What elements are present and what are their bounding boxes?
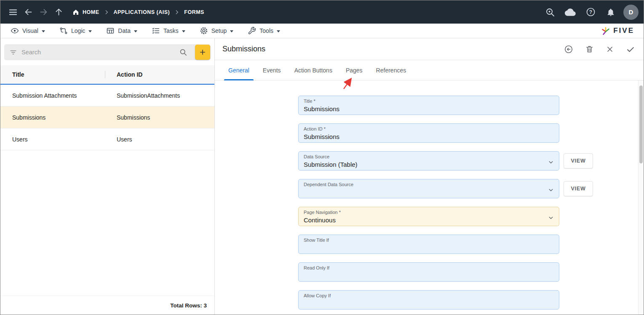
table-row[interactable]: Submission Attachments SubmissionAttachm…	[0, 85, 214, 107]
menu-data[interactable]: Data	[100, 24, 146, 38]
column-header-title[interactable]: Title	[0, 71, 105, 78]
breadcrumb-applications[interactable]: APPLICATIONS (AIS)	[114, 9, 170, 15]
scrollbar-thumb[interactable]	[639, 85, 643, 163]
save-button[interactable]	[626, 45, 635, 54]
close-button[interactable]	[606, 45, 614, 53]
menu-visual[interactable]: Visual	[5, 24, 53, 38]
hamburger-icon	[8, 8, 18, 17]
field-label: Action ID *	[304, 126, 542, 132]
topbar-actions: ? D	[542, 5, 639, 20]
form-area: Title * Submissions Action ID * Submissi…	[215, 80, 644, 315]
field-row: Dependent Data Source VIEW	[298, 179, 559, 198]
menu-logic[interactable]: Logic	[53, 24, 100, 38]
revert-button[interactable]	[564, 45, 573, 54]
breadcrumb-forms[interactable]: FORMS	[184, 9, 204, 15]
scrollbar-track[interactable]	[638, 80, 644, 315]
search-icon[interactable]	[179, 48, 187, 56]
svg-text:?: ?	[589, 9, 592, 15]
field-row: Page Navigation * Continuous	[298, 207, 559, 226]
data-source-select[interactable]: Data Source Submission (Table)	[298, 151, 559, 171]
total-rows-label: Total Rows: 3	[0, 296, 214, 315]
branch-icon	[59, 27, 68, 35]
five-logo-text: FIVE	[613, 27, 634, 35]
undo-circle-icon	[564, 45, 573, 54]
caret-down-icon	[134, 30, 137, 32]
menu-setup[interactable]: Setup	[194, 24, 242, 38]
table-row[interactable]: Users Users	[0, 128, 214, 150]
tab-label: General	[228, 67, 249, 74]
read-only-if-field[interactable]: Read Only If	[298, 262, 559, 282]
forward-button[interactable]	[36, 5, 51, 20]
field-row: Show Title If	[298, 235, 559, 254]
view-data-source-button[interactable]: VIEW	[564, 153, 593, 168]
notifications-button[interactable]	[603, 5, 618, 20]
breadcrumb-label: APPLICATIONS (AIS)	[114, 9, 170, 15]
menu-tasks[interactable]: Tasks	[146, 24, 194, 38]
field-value: Submissions	[304, 104, 542, 113]
menubar: Visual Logic Data Tasks Setup Tools	[0, 24, 644, 38]
breadcrumb-home[interactable]: HOME	[72, 8, 99, 16]
field-row: Allow Copy If	[298, 290, 559, 310]
table-row-selected[interactable]: Submissions Submissions	[0, 107, 214, 128]
chevron-down-icon[interactable]	[547, 158, 555, 166]
bell-icon	[606, 8, 615, 17]
allow-copy-if-field[interactable]: Allow Copy If	[298, 290, 559, 310]
caret-down-icon	[88, 30, 92, 32]
wrench-icon	[248, 27, 256, 35]
show-title-if-field[interactable]: Show Title If	[298, 235, 559, 254]
home-icon	[72, 8, 80, 16]
tab-events[interactable]: Events	[256, 60, 288, 80]
help-button[interactable]: ?	[583, 5, 598, 20]
caret-down-icon	[277, 30, 280, 32]
field-value: Submissions	[304, 132, 542, 141]
view-dependent-data-source-button[interactable]: VIEW	[564, 181, 593, 196]
close-icon	[606, 45, 614, 53]
row-action-id: SubmissionAttachments	[105, 92, 214, 99]
gear-icon	[200, 27, 208, 35]
field-row: Action ID * Submissions	[298, 123, 559, 143]
arrow-up-icon	[54, 8, 63, 16]
forms-list-panel: Title Action ID Submission Attachments S…	[0, 38, 215, 315]
column-header-action-id[interactable]: Action ID	[105, 71, 214, 78]
filter-icon[interactable]	[9, 48, 17, 56]
page-navigation-select[interactable]: Page Navigation * Continuous	[298, 207, 559, 226]
field-label: Show Title If	[304, 238, 542, 243]
tab-action-buttons[interactable]: Action Buttons	[288, 60, 339, 80]
up-button[interactable]	[51, 5, 66, 20]
content: Title Action ID Submission Attachments S…	[0, 38, 644, 315]
action-id-field[interactable]: Action ID * Submissions	[298, 123, 559, 143]
dependent-data-source-select[interactable]: Dependent Data Source	[298, 179, 559, 198]
menu-tools[interactable]: Tools	[242, 24, 289, 38]
tab-references[interactable]: References	[369, 60, 413, 80]
arrow-right-icon	[39, 8, 48, 16]
field-value: Continuous	[304, 216, 542, 224]
cloud-button[interactable]	[563, 5, 578, 20]
menu-label: Logic	[71, 27, 85, 34]
tab-label: Action Buttons	[294, 67, 332, 74]
global-search-button[interactable]	[542, 5, 558, 20]
menu-label: Setup	[211, 27, 227, 34]
row-title: Users	[0, 136, 105, 143]
menu-label: Data	[118, 27, 131, 34]
caret-down-icon	[42, 30, 45, 32]
search-bar	[4, 44, 211, 60]
avatar[interactable]: D	[623, 5, 639, 20]
form-fields: Title * Submissions Action ID * Submissi…	[298, 96, 559, 310]
add-record-button[interactable]	[195, 45, 210, 60]
tab-pages[interactable]: Pages	[339, 60, 369, 80]
title-field[interactable]: Title * Submissions	[298, 96, 559, 115]
back-button[interactable]	[21, 5, 36, 20]
row-action-id: Submissions	[105, 114, 214, 121]
search-input[interactable]	[21, 49, 175, 56]
chevron-right-icon	[174, 9, 180, 15]
search-area	[0, 38, 214, 65]
chevron-down-icon[interactable]	[547, 186, 555, 194]
tab-label: Events	[263, 67, 281, 74]
caret-down-icon	[182, 30, 185, 32]
chevron-down-icon[interactable]	[547, 214, 555, 222]
menu-button[interactable]	[5, 5, 21, 20]
tab-label: Pages	[346, 67, 363, 74]
arrow-left-icon	[24, 8, 33, 16]
delete-button[interactable]	[585, 45, 594, 53]
tab-general[interactable]: General	[222, 60, 256, 80]
